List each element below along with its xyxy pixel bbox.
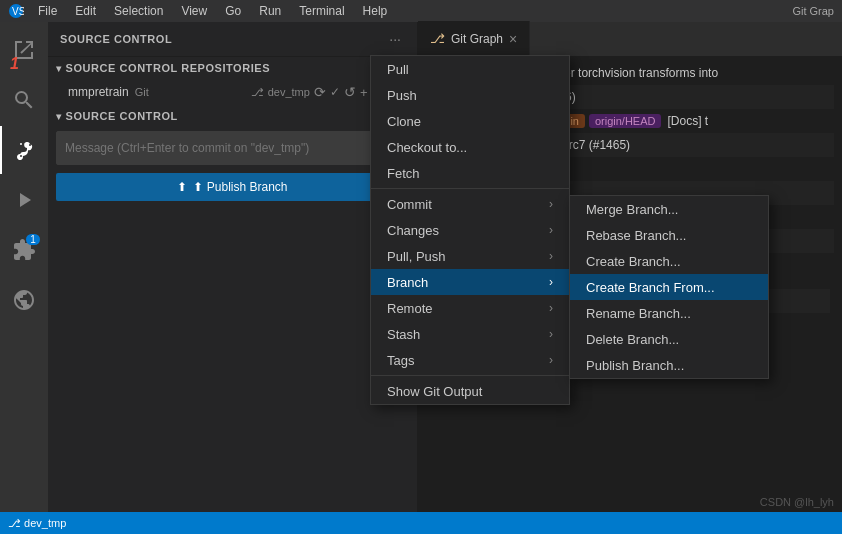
menu-checkout[interactable]: Checkout to... (371, 134, 569, 160)
activity-search[interactable] (0, 76, 48, 124)
titlebar: VS File Edit Selection View Go Run Termi… (0, 0, 842, 22)
menu-run[interactable]: Run (251, 2, 289, 20)
submenu-merge-branch[interactable]: Merge Branch... (570, 196, 768, 222)
submenu-create-from-label: Create Branch From... (586, 280, 715, 295)
publish-branch-button[interactable]: ⬆ ⬆ Publish Branch (56, 173, 409, 201)
menu-pull-push-label: Pull, Push (387, 249, 446, 264)
activity-extensions[interactable]: 1 (0, 226, 48, 274)
tab-close-button[interactable]: × (509, 31, 517, 47)
menu-show-git-output-label: Show Git Output (387, 384, 482, 399)
commit-message-input[interactable] (56, 131, 409, 165)
activity-run-debug[interactable] (0, 176, 48, 224)
menu-stash[interactable]: Stash › (371, 321, 569, 347)
submenu-rename-branch[interactable]: Rename Branch... (570, 300, 768, 326)
submenu-create-label: Create Branch... (586, 254, 681, 269)
menu-divider-1 (371, 188, 569, 189)
activity-remote-explorer[interactable] (0, 276, 48, 324)
menu-go[interactable]: Go (217, 2, 249, 20)
menu-terminal[interactable]: Terminal (291, 2, 352, 20)
menu-clone-label: Clone (387, 114, 421, 129)
menu-push[interactable]: Push (371, 82, 569, 108)
sidebar-header: SOURCE CONTROL ··· (48, 22, 417, 57)
sidebar-actions: ··· (385, 29, 405, 49)
branch-name: dev_tmp (268, 86, 310, 98)
submenu-create-branch[interactable]: Create Branch... (570, 248, 768, 274)
submenu-publish-branch[interactable]: Publish Branch... (570, 352, 768, 378)
menu-pull[interactable]: Pull (371, 56, 569, 82)
menu-view[interactable]: View (173, 2, 215, 20)
menu-branch-label: Branch (387, 275, 428, 290)
menu-push-label: Push (387, 88, 417, 103)
submenu-create-branch-from[interactable]: Create Branch From... (570, 274, 768, 300)
activity-explorer[interactable] (0, 26, 48, 74)
activity-bar: 1 (0, 22, 48, 534)
run-debug-icon (12, 188, 36, 212)
svg-text:VS: VS (12, 6, 24, 17)
branch-icon: ⎇ (251, 86, 264, 99)
commit-text-2: [Docs] t (667, 114, 708, 128)
menu-edit[interactable]: Edit (67, 2, 104, 20)
repo-row: mmpretrain Git ⎇ dev_tmp ⟳ ✓ ↺ + ··· 0 (48, 79, 417, 105)
menu-remote-label: Remote (387, 301, 433, 316)
menu-commit-label: Commit (387, 197, 432, 212)
menu-changes[interactable]: Changes › (371, 217, 569, 243)
menu-remote-arrow: › (549, 301, 553, 315)
watermark: CSDN @lh_lyh (760, 496, 834, 508)
publish-label: ⬆ Publish Branch (193, 180, 287, 194)
branch-tag-origin-head: origin/HEAD (589, 114, 662, 128)
menu-pull-label: Pull (387, 62, 409, 77)
menu-help[interactable]: Help (355, 2, 396, 20)
menu-file[interactable]: File (30, 2, 65, 20)
menu-fetch[interactable]: Fetch (371, 160, 569, 186)
extensions-badge: 1 (26, 234, 40, 245)
tab-git-graph-label: Git Graph (451, 32, 503, 46)
menu-commit-arrow: › (549, 197, 553, 211)
repo-name: mmpretrain (68, 85, 129, 99)
sc-section-header[interactable]: ▾ SOURCE CONTROL (48, 105, 417, 127)
menu-commit[interactable]: Commit › (371, 191, 569, 217)
source-control-icon (13, 138, 37, 162)
menu-pull-push[interactable]: Pull, Push › (371, 243, 569, 269)
menu-branch-arrow: › (549, 275, 553, 289)
menu-stash-arrow: › (549, 327, 553, 341)
git-graph-tab-icon: ⎇ (430, 31, 445, 46)
sidebar-title: SOURCE CONTROL (60, 33, 172, 45)
tab-git-graph[interactable]: ⎇ Git Graph × (418, 21, 530, 56)
remote-explorer-icon (12, 288, 36, 312)
menu-tags-label: Tags (387, 353, 414, 368)
stage-all-icon: + (360, 85, 368, 100)
activity-source-control[interactable] (0, 126, 48, 174)
sc-arrow-icon: ▾ (56, 111, 62, 122)
menu-tags-arrow: › (549, 353, 553, 367)
submenu-rebase-branch[interactable]: Rebase Branch... (570, 222, 768, 248)
menu-tags[interactable]: Tags › (371, 347, 569, 373)
submenu-rename-label: Rename Branch... (586, 306, 691, 321)
publish-icon: ⬆ (177, 180, 187, 194)
menu-branch[interactable]: Branch › (371, 269, 569, 295)
menu-show-git-output[interactable]: Show Git Output (371, 378, 569, 404)
submenu-rebase-label: Rebase Branch... (586, 228, 686, 243)
menu-selection[interactable]: Selection (106, 2, 171, 20)
context-menu: Pull Push Clone Checkout to... Fetch Com… (370, 55, 570, 405)
menu-changes-label: Changes (387, 223, 439, 238)
step-number-1: 1 (10, 55, 19, 73)
status-bar: ⎇ dev_tmp (0, 512, 842, 534)
menu-clone[interactable]: Clone (371, 108, 569, 134)
menu-changes-arrow: › (549, 223, 553, 237)
vscode-logo-icon: VS (8, 3, 24, 19)
submenu-publish-label: Publish Branch... (586, 358, 684, 373)
titlebar-right-text: Git Grap (792, 5, 834, 17)
menu-pull-push-arrow: › (549, 249, 553, 263)
menu-divider-2 (371, 375, 569, 376)
search-icon (12, 88, 36, 112)
menu-checkout-label: Checkout to... (387, 140, 467, 155)
menu-bar[interactable]: File Edit Selection View Go Run Terminal… (30, 2, 395, 20)
status-branch: ⎇ dev_tmp (8, 517, 66, 530)
repos-arrow-icon: ▾ (56, 63, 62, 74)
sidebar-more-button[interactable]: ··· (385, 29, 405, 49)
repos-section-header[interactable]: ▾ SOURCE CONTROL REPOSITORIES (48, 57, 417, 79)
menu-remote[interactable]: Remote › (371, 295, 569, 321)
titlebar-left: VS File Edit Selection View Go Run Termi… (8, 2, 395, 20)
submenu-delete-branch[interactable]: Delete Branch... (570, 326, 768, 352)
sc-section-title: SOURCE CONTROL (66, 110, 178, 122)
